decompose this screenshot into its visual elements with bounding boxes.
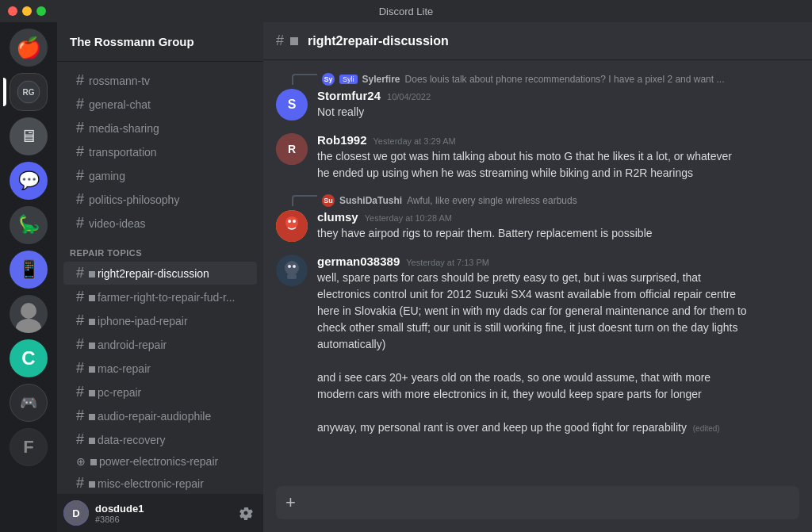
sushi-reply-stub: Su SushiDaTushi Awful, like every single… <box>276 194 799 209</box>
special-icon: ⊕ <box>76 455 86 468</box>
message-text: Not really <box>317 104 799 121</box>
channel-android-repair[interactable]: # android-repair <box>63 333 257 356</box>
reply-text-preview: Does louis talk about phone recommendati… <box>405 74 725 85</box>
user-area: D dosdude1 #3886 <box>57 494 263 532</box>
channel-label: data-recovery <box>89 434 166 446</box>
server-icon-face[interactable] <box>10 295 48 333</box>
hash-icon: # <box>76 191 84 208</box>
channel-video-ideas[interactable]: # video-ideas <box>63 212 257 235</box>
channel-data-recovery[interactable]: # data-recovery <box>63 428 257 451</box>
message-header: german038389 Yesterday at 7:13 PM <box>317 255 799 268</box>
hash-icon: # <box>76 289 84 305</box>
channel-label: iphone-ipad-repair <box>89 315 188 327</box>
channel-label: pc-repair <box>89 386 141 399</box>
channel-label: android-repair <box>89 339 167 351</box>
repair-topics-header[interactable]: Repair Topics <box>57 235 263 261</box>
message-header: Stormfur24 10/04/2022 <box>317 89 799 102</box>
channel-misc-electronic[interactable]: # misc-electronic-repair <box>63 472 257 494</box>
chat-input-area: + <box>263 480 812 532</box>
message-username: Stormfur24 <box>317 89 381 102</box>
server-icon-dark1[interactable]: 🎮 <box>10 384 48 422</box>
message-timestamp: Yesterday at 3:29 AM <box>373 136 456 146</box>
avatar-rob: R <box>276 133 308 165</box>
reply-curve-icon <box>292 195 317 206</box>
channel-label: video-ideas <box>89 217 146 230</box>
svg-point-5 <box>21 303 36 319</box>
avatar-german <box>276 255 308 286</box>
titlebar-buttons <box>8 6 46 16</box>
close-button[interactable] <box>8 6 17 16</box>
channel-label: transportation <box>89 146 157 159</box>
minimize-button[interactable] <box>22 6 32 16</box>
message-username: Rob1992 <box>317 133 367 147</box>
channel-media-sharing[interactable]: # media-sharing <box>63 117 257 140</box>
channel-audio-repair[interactable]: # audio-repair-audiophile <box>63 404 257 427</box>
message-header: Rob1992 Yesterday at 3:29 AM <box>317 133 799 147</box>
message-timestamp: 10/04/2022 <box>387 92 431 101</box>
message-header: clumsy Yesterday at 10:28 AM <box>317 210 799 224</box>
channel-label: politics-philosophy <box>89 193 179 206</box>
svg-point-13 <box>288 220 291 223</box>
server-icon-dark2[interactable]: F <box>10 428 48 466</box>
channel-iphone-repair[interactable]: # iphone-ipad-repair <box>63 309 257 332</box>
app-title: Discord Lite <box>379 6 434 17</box>
channel-sidebar: The Rossmann Group # rossmann-tv # gener… <box>57 22 263 532</box>
hash-icon: # <box>76 312 84 329</box>
chat-area: # right2repair-discussion Sy Syli Sylerf… <box>263 22 812 532</box>
message-username: clumsy <box>317 210 358 224</box>
svg-point-17 <box>288 265 291 268</box>
settings-button[interactable] <box>235 502 257 524</box>
reply-curve-icon <box>292 74 317 85</box>
message-content-stormfur: Stormfur24 10/04/2022 Not really <box>317 89 799 121</box>
message-group-clumsy: clumsy Yesterday at 10:28 AM they have a… <box>276 210 799 242</box>
message-content-german: german038389 Yesterday at 7:13 PM well, … <box>317 255 799 436</box>
chat-messages: Sy Syli Sylerfire Does louis talk about … <box>263 60 812 480</box>
server-icon-discord[interactable]: 💬 <box>10 162 48 200</box>
channel-label: rossmann-tv <box>89 75 150 87</box>
server-icon-apple[interactable]: 🍎 <box>10 29 48 67</box>
channel-mac-repair[interactable]: # mac-repair <box>63 357 257 380</box>
server-icon-dino[interactable]: 🦕 <box>10 206 48 244</box>
server-name[interactable]: The Rossmann Group <box>57 22 263 62</box>
hash-icon: # <box>76 408 84 424</box>
avatar-stormfur: S <box>276 89 308 121</box>
hash-icon: # <box>76 120 84 136</box>
channel-label: farmer-right-to-repair-fud-r... <box>89 291 235 304</box>
server-icon-clockwork[interactable]: C <box>10 339 48 377</box>
hash-icon: # <box>76 336 84 353</box>
message-input[interactable] <box>302 488 790 518</box>
avatar: D <box>63 500 89 526</box>
hash-icon: # <box>76 431 84 448</box>
channel-pc-repair[interactable]: # pc-repair <box>63 381 257 404</box>
svg-text:RG: RG <box>23 88 35 97</box>
message-group-rob: R Rob1992 Yesterday at 3:29 AM the close… <box>276 133 799 182</box>
server-icon-mac[interactable]: 🖥 <box>10 117 48 155</box>
svg-text:R: R <box>288 143 296 155</box>
channel-rossmann-tv[interactable]: # rossmann-tv <box>63 69 257 92</box>
hash-icon: # <box>76 144 84 160</box>
channel-farmer[interactable]: # farmer-right-to-repair-fud-r... <box>63 285 257 308</box>
channel-power-electronics[interactable]: ⊕ power-electronics-repair <box>63 452 257 471</box>
svg-point-12 <box>285 216 298 229</box>
svg-point-14 <box>293 220 296 223</box>
channel-transportation[interactable]: # transportation <box>63 140 257 163</box>
maximize-button[interactable] <box>36 6 46 16</box>
channel-label: media-sharing <box>89 122 159 135</box>
message-timestamp: Yesterday at 10:28 AM <box>365 213 452 223</box>
hash-icon: # <box>76 167 84 184</box>
edited-indicator: (edited) <box>693 424 720 433</box>
channel-gaming[interactable]: # gaming <box>63 164 257 187</box>
add-file-button[interactable]: + <box>285 486 296 519</box>
channel-politics-philosophy[interactable]: # politics-philosophy <box>63 188 257 211</box>
svg-text:🦕: 🦕 <box>18 213 40 235</box>
channel-icon: # <box>276 33 284 49</box>
user-info: dosdude1 #3886 <box>95 503 228 524</box>
server-icon-rossmann[interactable]: RG <box>10 73 48 111</box>
channel-label: right2repair-discussion <box>89 267 209 280</box>
server-icon-tablet[interactable]: 📱 <box>10 251 48 289</box>
main-layout: 🍎 RG 🖥 💬 🦕 📱 <box>0 22 812 532</box>
channel-general-chat[interactable]: # general-chat <box>63 93 257 116</box>
svg-point-18 <box>293 265 296 268</box>
chat-channel-name: right2repair-discussion <box>308 34 449 48</box>
channel-right2repair[interactable]: # right2repair-discussion <box>63 262 257 285</box>
